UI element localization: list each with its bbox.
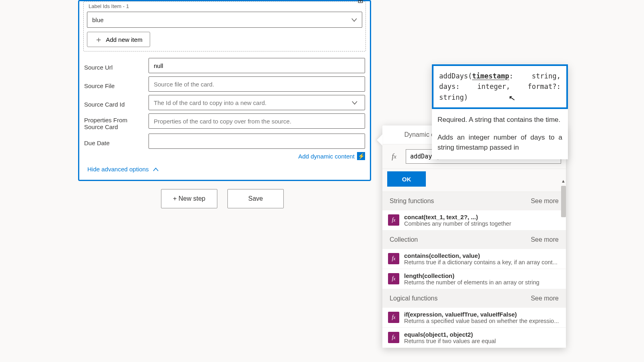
label-ids-dropdown[interactable]: blue [87,12,362,28]
fx-icon: fx [388,312,399,323]
fn-concat[interactable]: fx concat(text_1, text_2?, ...) Combines… [382,210,566,230]
fn-contains[interactable]: fx contains(collection, value) Returns t… [382,249,566,269]
fx-icon: fx [388,332,399,343]
tooltip-signature: addDays(timestamp: string, days: integer… [432,64,568,109]
label-ids-value: blue [92,16,103,23]
group-logical-functions: Logical functions See more [382,289,566,308]
group-collection: Collection See more [382,230,566,249]
fn-signature: if(expression, valueIfTrue, valueIfFalse… [404,311,560,318]
hide-advanced-label: Hide advanced options [87,166,149,173]
add-new-item-button[interactable]: ＋ Add new item [87,32,150,47]
ok-button[interactable]: OK [387,171,426,187]
group-title: Collection [390,236,418,243]
save-button[interactable]: Save [227,189,284,208]
chevron-down-icon [351,16,357,23]
fx-icon: fx [388,214,399,226]
fn-signature: contains(collection, value) [404,252,560,259]
see-more-link[interactable]: See more [531,197,559,205]
fn-signature: length(collection) [404,272,560,279]
due-date-label: Due Date [84,136,144,146]
tooltip-summary: Adds an integer number of days to a stri… [438,132,562,153]
source-file-input[interactable] [149,76,365,92]
fn-if[interactable]: fx if(expression, valueIfTrue, valueIfFa… [382,308,566,328]
tooltip-body: Required. A string that contains the tim… [432,109,568,159]
due-date-input[interactable] [149,134,365,149]
callout-arrow-icon [377,134,382,146]
new-step-button[interactable]: + New step [161,189,217,208]
flow-footer-buttons: + New step Save [161,189,284,208]
fn-signature: concat(text_1, text_2?, ...) [404,214,560,220]
plus-icon: ＋ [95,35,103,43]
label-ids-section: ⊞ Label Ids Item - 1 blue ＋ Add new item [83,1,366,51]
scrollbar-thumb[interactable] [561,186,566,217]
group-title: Logical functions [390,295,438,302]
fx-icon: fx [388,273,399,284]
props-from-source-textbox[interactable] [154,118,360,125]
array-map-icon[interactable]: ⊞ [356,0,365,5]
fn-description: Returns true if two values are equal [404,338,560,344]
function-signature-tooltip: addDays(timestamp: string, days: integer… [432,64,568,159]
source-url-textbox[interactable] [154,62,360,69]
fn-description: Combines any number of strings together [404,220,560,227]
source-file-textbox[interactable] [154,81,360,88]
chevron-up-icon [153,166,159,173]
sig-prefix: addDays( [439,72,472,80]
sig-current-param: timestamp [472,72,509,80]
see-more-link[interactable]: See more [531,236,559,243]
fx-icon: fx [387,150,401,163]
group-title: String functions [390,197,434,205]
fn-description: Returns true if a dictionary contains a … [404,259,560,265]
group-string-functions: String functions See more [382,192,566,210]
source-card-id-textbox[interactable] [154,99,360,106]
fn-description: Returns a specified value based on wheth… [404,318,560,324]
props-from-source-input[interactable] [149,113,365,129]
scroll-up-icon[interactable]: ▲ [561,179,566,183]
sig-post1: : string, [509,72,561,80]
hide-advanced-toggle[interactable]: Hide advanced options [79,160,370,173]
source-url-label: Source Url [84,61,144,71]
label-ids-heading: Label Ids Item - 1 [87,3,362,12]
action-card: ⊞ Label Ids Item - 1 blue ＋ Add new item… [78,0,371,181]
source-card-id-label: Source Card Id [84,98,144,108]
see-more-link[interactable]: See more [531,295,559,302]
dynamic-content-icon[interactable]: ⚡ [357,152,365,160]
fx-icon: fx [388,253,399,264]
source-file-label: Source File [84,79,144,89]
props-from-source-label: Properties From Source Card [84,113,144,130]
fn-length[interactable]: fx length(collection) Returns the number… [382,269,566,289]
fn-signature: equals(object1, object2) [404,331,560,338]
due-date-textbox[interactable] [154,138,360,145]
chevron-down-icon[interactable] [352,99,357,106]
add-dynamic-content-link[interactable]: Add dynamic content [298,153,355,160]
add-new-item-label: Add new item [106,36,142,43]
tooltip-required: Required. A string that contains the tim… [438,115,562,125]
source-card-id-input[interactable] [149,95,365,110]
source-url-input[interactable] [149,58,365,73]
fn-equals[interactable]: fx equals(object1, object2) Returns true… [382,328,566,348]
sig-line2: days: integer, format?: string) [439,82,561,101]
fn-description: Returns the number of elements in an arr… [404,279,560,286]
